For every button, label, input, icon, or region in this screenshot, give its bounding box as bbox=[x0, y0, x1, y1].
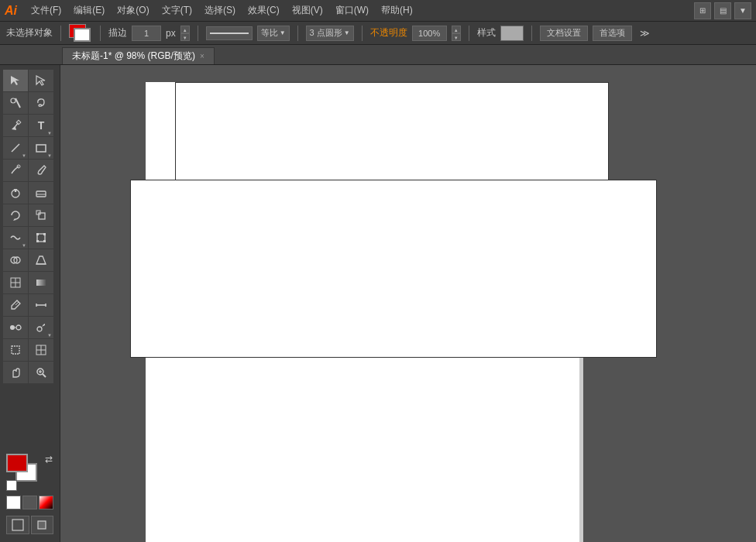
menu-text[interactable]: 文字(T) bbox=[156, 2, 198, 19]
optionsbar: 未选择对象 描边 px ▲ ▼ 等比 ▼ 3 点圆形 ▼ 不透明度 ▲ ▼ 样式… bbox=[0, 22, 756, 45]
eyedropper-tool[interactable] bbox=[3, 294, 28, 316]
blend-tool[interactable] bbox=[3, 317, 28, 338]
divider5 bbox=[362, 26, 363, 41]
tool-row-6 bbox=[3, 182, 57, 204]
svg-rect-41 bbox=[38, 521, 46, 529]
canvas-area[interactable] bbox=[60, 65, 756, 542]
type-tool[interactable]: T ▼ bbox=[29, 115, 53, 136]
menu-window[interactable]: 窗口(W) bbox=[329, 2, 375, 19]
prefs-button[interactable]: 首选项 bbox=[593, 26, 632, 41]
line-type-preview[interactable] bbox=[206, 26, 253, 40]
svg-point-29 bbox=[16, 325, 21, 330]
shape-builder-tool[interactable] bbox=[3, 249, 28, 271]
options-more-icon[interactable]: ≫ bbox=[640, 28, 650, 39]
tool-row-8: ▼ bbox=[3, 227, 57, 249]
workspace-icon[interactable]: ⊞ bbox=[694, 2, 711, 19]
stroke-swatch[interactable] bbox=[74, 28, 91, 42]
line-tool[interactable]: ▼ bbox=[3, 137, 28, 159]
svg-line-0 bbox=[15, 98, 20, 108]
mesh-tool[interactable] bbox=[3, 272, 28, 293]
tool-row-10 bbox=[3, 272, 57, 293]
blob-brush-tool[interactable] bbox=[3, 182, 28, 204]
svg-point-28 bbox=[10, 325, 15, 330]
magic-wand-tool[interactable] bbox=[3, 92, 28, 114]
doc-settings-button[interactable]: 文档设置 bbox=[540, 26, 588, 41]
pen-tool[interactable] bbox=[3, 115, 28, 136]
stroke-stepper[interactable]: ▲ ▼ bbox=[180, 26, 190, 41]
menu-edit[interactable]: 编辑(E) bbox=[67, 2, 111, 19]
stroke-input[interactable] bbox=[132, 26, 161, 41]
stroke-label: 描边 bbox=[108, 26, 127, 39]
tool-row-1 bbox=[3, 70, 57, 91]
free-transform-tool[interactable] bbox=[29, 227, 53, 249]
line-type-select[interactable]: 等比 ▼ bbox=[257, 26, 290, 41]
app-logo: Ai bbox=[5, 4, 17, 18]
tool-row-14 bbox=[3, 362, 57, 383]
menu-object[interactable]: 对象(O) bbox=[111, 2, 155, 19]
menu-effect[interactable]: 效果(C) bbox=[242, 2, 286, 19]
tool-row-9 bbox=[3, 249, 57, 271]
scale-tool[interactable] bbox=[29, 204, 53, 226]
gradient-swatch[interactable] bbox=[22, 496, 37, 509]
rectangle-2[interactable] bbox=[130, 180, 657, 358]
svg-rect-23 bbox=[36, 280, 46, 286]
menu-select[interactable]: 选择(S) bbox=[198, 2, 242, 19]
divider2 bbox=[100, 26, 101, 41]
tab-close-icon[interactable]: × bbox=[200, 52, 204, 60]
menubar: Ai 文件(F) 编辑(E) 对象(O) 文字(T) 选择(S) 效果(C) 视… bbox=[0, 0, 756, 22]
warp-tool[interactable]: ▼ bbox=[3, 227, 28, 249]
view-mode-buttons bbox=[6, 516, 53, 534]
measure-tool[interactable] bbox=[29, 294, 53, 316]
perspective-tool[interactable] bbox=[29, 249, 53, 271]
menu-file[interactable]: 文件(F) bbox=[25, 2, 67, 19]
draw-behind-icon[interactable] bbox=[31, 516, 54, 534]
symbol-sprayer-tool[interactable]: ▼ bbox=[29, 317, 53, 338]
svg-rect-4 bbox=[36, 145, 46, 152]
swap-colors-icon[interactable]: ⇄ bbox=[45, 454, 53, 465]
svg-line-37 bbox=[43, 374, 46, 377]
reset-colors-icon[interactable] bbox=[6, 480, 17, 491]
tool-row-7 bbox=[3, 204, 57, 226]
more-icon[interactable]: ▼ bbox=[734, 2, 751, 19]
style-swatch[interactable] bbox=[500, 26, 524, 41]
slice-tool[interactable] bbox=[29, 339, 53, 361]
menu-help[interactable]: 帮助(H) bbox=[375, 2, 419, 19]
rotate-tool[interactable] bbox=[3, 204, 28, 226]
no-selection-label: 未选择对象 bbox=[6, 26, 53, 39]
color-mode-swatches bbox=[6, 496, 53, 509]
document-tab[interactable]: 未标题-1* @ 98% (RGB/预览) × bbox=[62, 47, 215, 64]
artboard-tool[interactable] bbox=[3, 339, 28, 361]
point-shape-select[interactable]: 3 点圆形 ▼ bbox=[306, 26, 354, 41]
selection-tool[interactable] bbox=[3, 70, 28, 91]
opacity-input[interactable] bbox=[412, 26, 447, 41]
menu-view[interactable]: 视图(V) bbox=[286, 2, 329, 19]
divider6 bbox=[469, 26, 469, 41]
divider4 bbox=[297, 26, 298, 41]
brush-tool[interactable] bbox=[29, 160, 53, 181]
svg-rect-13 bbox=[36, 233, 39, 235]
gradient-tool[interactable] bbox=[29, 272, 53, 293]
rect-tool[interactable]: ▼ bbox=[29, 137, 53, 159]
fill-stroke-indicator[interactable] bbox=[69, 24, 92, 43]
svg-line-3 bbox=[12, 144, 19, 152]
lasso-tool[interactable] bbox=[29, 92, 53, 114]
arrange-icon[interactable]: ▤ bbox=[714, 2, 731, 19]
none-swatch[interactable] bbox=[39, 496, 53, 509]
svg-rect-14 bbox=[43, 233, 46, 235]
menu-right-icons: ⊞ ▤ ▼ bbox=[694, 2, 751, 19]
zoom-tool[interactable] bbox=[29, 362, 53, 383]
hand-tool[interactable] bbox=[3, 362, 28, 383]
direct-selection-tool[interactable] bbox=[29, 70, 53, 91]
divider1 bbox=[60, 26, 61, 41]
draw-normal-icon[interactable] bbox=[6, 516, 29, 534]
tab-label: 未标题-1* @ 98% (RGB/预览) bbox=[72, 50, 195, 63]
fill-color-swatch[interactable] bbox=[6, 454, 28, 472]
tool-row-5 bbox=[3, 160, 57, 181]
color-swatch-area: ⇄ bbox=[6, 454, 53, 492]
main-area: T ▼ ▼ ▼ bbox=[0, 65, 756, 542]
pencil-tool[interactable] bbox=[3, 160, 28, 181]
eraser-tool[interactable] bbox=[29, 182, 53, 204]
opacity-stepper[interactable]: ▲ ▼ bbox=[452, 26, 461, 41]
style-label: 样式 bbox=[477, 26, 496, 39]
color-swatch-none[interactable] bbox=[6, 496, 21, 509]
